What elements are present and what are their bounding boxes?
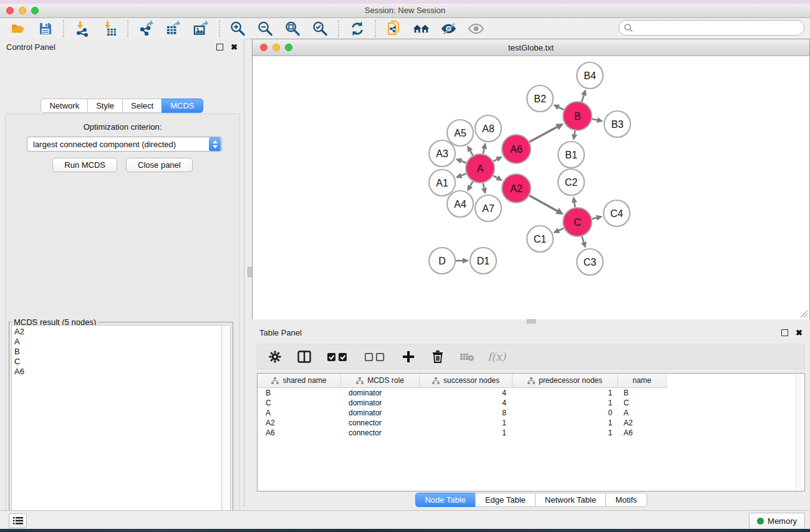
tab-node-table[interactable]: Node Table bbox=[415, 493, 476, 507]
delete-table-icon[interactable] bbox=[458, 348, 475, 365]
graph-edge[interactable] bbox=[592, 119, 597, 120]
session-file-icon[interactable] bbox=[385, 20, 402, 37]
graph-node-B3[interactable]: B3 bbox=[604, 111, 630, 137]
add-icon[interactable] bbox=[400, 348, 417, 365]
minimize-window-button[interactable] bbox=[19, 7, 26, 14]
table-row[interactable]: Bdominator41B bbox=[258, 388, 804, 398]
table-cell[interactable]: A6 bbox=[618, 428, 666, 437]
split-columns-icon[interactable] bbox=[296, 348, 312, 365]
checked-boxes-icon[interactable] bbox=[325, 348, 350, 365]
graph-edge[interactable] bbox=[582, 95, 584, 102]
column-header[interactable]: name bbox=[618, 374, 666, 387]
table-cell[interactable]: 1 bbox=[513, 418, 618, 427]
table-cell[interactable]: dominator bbox=[341, 409, 420, 417]
refresh-icon[interactable] bbox=[349, 20, 365, 37]
zoom-out-icon[interactable] bbox=[257, 20, 274, 37]
graph-edge[interactable] bbox=[493, 159, 497, 161]
graph-edge[interactable] bbox=[592, 218, 596, 219]
graph-node-B4[interactable]: B4 bbox=[577, 62, 603, 89]
column-header[interactable]: MCDS role bbox=[341, 374, 420, 387]
graph-node-A4[interactable]: A4 bbox=[447, 191, 473, 217]
table-row[interactable]: Adominator80A bbox=[258, 408, 804, 418]
graph-edge[interactable] bbox=[559, 228, 564, 231]
graph-node-C3[interactable]: C3 bbox=[577, 249, 603, 275]
graph-edge[interactable] bbox=[483, 183, 485, 188]
mcds-result-list[interactable]: A2ABCA6 bbox=[11, 325, 223, 532]
close-table-panel-icon[interactable]: ✖ bbox=[796, 329, 803, 337]
graph-node-A7[interactable]: A7 bbox=[475, 195, 501, 221]
task-history-button[interactable] bbox=[9, 513, 27, 528]
table-cell[interactable]: C bbox=[618, 399, 666, 407]
float-table-panel-icon[interactable] bbox=[781, 329, 788, 336]
graph-node-B[interactable]: B bbox=[563, 102, 592, 130]
graph-edge[interactable] bbox=[559, 107, 564, 110]
table-cell[interactable]: A2 bbox=[258, 418, 341, 427]
graph-edge[interactable] bbox=[483, 148, 485, 153]
graph-node-D[interactable]: D bbox=[429, 248, 455, 274]
tab-network[interactable]: Network bbox=[41, 99, 88, 113]
graph-node-A6[interactable]: A6 bbox=[502, 135, 531, 163]
graph-node-A5[interactable]: A5 bbox=[447, 120, 473, 146]
table-cell[interactable]: 1 bbox=[513, 428, 618, 437]
table-cell[interactable]: C bbox=[258, 399, 341, 407]
table-cell[interactable]: 1 bbox=[513, 399, 618, 407]
graph-edge[interactable] bbox=[529, 196, 557, 211]
hide-details-eye-icon[interactable] bbox=[440, 20, 457, 37]
table-cell[interactable]: dominator bbox=[341, 389, 420, 397]
graph-node-D1[interactable]: D1 bbox=[470, 248, 496, 274]
table-cell[interactable]: 1 bbox=[420, 428, 513, 437]
tab-network-table[interactable]: Network Table bbox=[535, 493, 606, 507]
run-mcds-button[interactable]: Run MCDS bbox=[52, 158, 117, 172]
table-row[interactable]: A6connector11A6 bbox=[258, 428, 804, 438]
table-cell[interactable]: connector bbox=[341, 418, 420, 427]
import-network-icon[interactable] bbox=[74, 20, 90, 37]
table-cell[interactable]: A6 bbox=[258, 428, 341, 437]
close-window-button[interactable] bbox=[6, 7, 14, 14]
graph-node-C2[interactable]: C2 bbox=[558, 169, 584, 195]
resize-grip-icon[interactable] bbox=[800, 310, 808, 318]
table-cell[interactable]: 4 bbox=[420, 389, 513, 397]
tab-motifs[interactable]: Motifs bbox=[605, 493, 647, 507]
table-cell[interactable]: A bbox=[618, 409, 666, 417]
column-header[interactable]: predecessor nodes bbox=[513, 374, 618, 387]
tab-style[interactable]: Style bbox=[87, 99, 123, 113]
mcds-result-item[interactable]: A2 bbox=[14, 327, 219, 337]
mcds-result-item[interactable]: A bbox=[14, 337, 219, 347]
table-cell[interactable]: 4 bbox=[420, 399, 513, 407]
graph-node-B2[interactable]: B2 bbox=[527, 85, 553, 112]
table-cell[interactable]: B bbox=[618, 389, 666, 397]
float-panel-icon[interactable] bbox=[216, 44, 223, 51]
export-network-icon[interactable] bbox=[138, 20, 155, 37]
table-row[interactable]: Cdominator41C bbox=[258, 398, 804, 408]
table-cell[interactable]: A2 bbox=[618, 418, 666, 427]
search-input[interactable] bbox=[636, 23, 804, 33]
graph-node-A3[interactable]: A3 bbox=[429, 140, 455, 167]
zoom-fit-icon[interactable] bbox=[284, 20, 301, 37]
import-table-icon[interactable] bbox=[101, 20, 118, 37]
graph-node-A8[interactable]: A8 bbox=[475, 115, 501, 142]
memory-button[interactable]: Memory bbox=[749, 513, 805, 530]
table-cell[interactable]: 8 bbox=[420, 409, 513, 417]
minimize-network-button[interactable] bbox=[272, 44, 280, 51]
graph-edge[interactable] bbox=[470, 181, 473, 186]
search-field[interactable] bbox=[619, 20, 804, 36]
graph-edge[interactable] bbox=[470, 151, 473, 155]
graph-node-A1[interactable]: A1 bbox=[429, 170, 455, 196]
open-folder-icon[interactable] bbox=[9, 20, 26, 37]
tab-edge-table[interactable]: Edge Table bbox=[475, 493, 536, 507]
graph-edge[interactable] bbox=[461, 173, 466, 175]
table-cell[interactable]: A bbox=[258, 409, 341, 417]
table-cell[interactable]: 0 bbox=[513, 409, 618, 417]
zoom-window-button[interactable] bbox=[31, 7, 39, 14]
save-icon[interactable] bbox=[37, 20, 54, 37]
graph-node-C[interactable]: C bbox=[563, 208, 592, 236]
zoom-selected-icon[interactable] bbox=[312, 20, 329, 37]
graph-edge[interactable] bbox=[493, 176, 497, 178]
zoom-in-icon[interactable] bbox=[229, 20, 246, 37]
function-icon[interactable]: f(x) bbox=[488, 351, 506, 363]
unchecked-boxes-icon[interactable] bbox=[362, 348, 387, 365]
graph-edge[interactable] bbox=[529, 127, 557, 142]
export-table-icon[interactable] bbox=[165, 20, 182, 37]
graph-node-B1[interactable]: B1 bbox=[558, 142, 584, 168]
zoom-network-button[interactable] bbox=[285, 44, 292, 51]
